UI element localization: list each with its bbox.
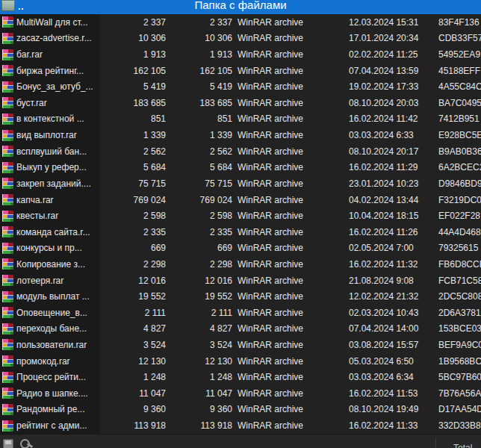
file-name: переходы бане... [16, 321, 99, 337]
file-row[interactable]: Рандомный ре...9 3609 360WinRAR archive0… [0, 402, 481, 418]
winrar-archive-icon [2, 46, 14, 63]
file-size: 769 024 [99, 192, 166, 208]
file-type: WinRAR archive [238, 143, 347, 160]
file-row[interactable]: модуль выплат ...19 55219 552WinRAR arch… [0, 288, 481, 305]
file-name: MultiWall для ст... [16, 14, 99, 31]
file-row[interactable]: всплвуший бан...2 5622 562WinRAR archive… [0, 143, 481, 160]
winrar-archive-icon [2, 192, 14, 208]
file-crc32: 332D33B8 [438, 417, 481, 434]
file-row[interactable]: переходы бане...4 8274 827WinRAR archive… [0, 321, 481, 337]
file-packed-size: 5 419 [165, 78, 232, 95]
file-row[interactable]: команда сайта.r...2 3352 335WinRAR archi… [0, 224, 481, 240]
file-crc32: 5BC97B60 [438, 369, 481, 385]
file-size: 1 248 [99, 369, 166, 385]
winrar-archive-icon [2, 402, 14, 418]
file-packed-size: 113 918 [165, 417, 232, 434]
file-crc32: FB6D8CCB [438, 256, 481, 273]
file-packed-size: 2 337 [165, 14, 232, 31]
file-row[interactable]: лотееря.rar12 01612 016WinRAR archive21.… [0, 273, 481, 289]
file-name: Бонус_за_ютуб_... [16, 78, 99, 95]
file-crc32: B9AB0B36 [438, 143, 481, 160]
winrar-archive-icon [2, 321, 14, 337]
file-packed-size: 2 298 [165, 256, 232, 273]
file-row[interactable]: закреп заданий....75 71575 715WinRAR arc… [0, 175, 481, 192]
file-modified-date: 16.02.2024 11:53 [349, 385, 437, 402]
file-type: WinRAR archive [238, 417, 347, 434]
file-type: WinRAR archive [238, 256, 347, 273]
file-row[interactable]: Копирование з...2 2982 298WinRAR archive… [0, 256, 481, 273]
up-directory-type: Папка с файлами [0, 0, 481, 13]
file-modified-date: 17.01.2024 20:34 [349, 31, 437, 47]
file-crc32: 7B76A56A [438, 385, 481, 402]
file-row[interactable]: рейтинг с адми...113 918113 918WinRAR ar… [0, 417, 481, 434]
file-type: WinRAR archive [238, 288, 347, 305]
file-row[interactable]: пользователи.rar3 5243 524WinRAR archive… [0, 337, 481, 353]
file-type: WinRAR archive [238, 369, 347, 385]
file-type: WinRAR archive [238, 224, 347, 240]
file-row[interactable]: MultiWall для ст...2 3372 337WinRAR arch… [0, 14, 481, 31]
file-modified-date: 16.02.2024 11:26 [349, 224, 437, 240]
file-row[interactable]: конкурсы и пр...669669WinRAR archive02.0… [0, 240, 481, 257]
file-type: WinRAR archive [238, 192, 347, 208]
file-modified-date: 02.05.2024 7:00 [349, 240, 437, 257]
file-name: бar.rar [16, 46, 99, 63]
file-row[interactable]: Радио в шапке....11 04711 047WinRAR arch… [0, 385, 481, 402]
file-size: 113 918 [99, 417, 166, 434]
file-row[interactable]: биржа рейтинг...162 105162 105WinRAR arc… [0, 63, 481, 79]
file-row[interactable]: в контекстной ...851851WinRAR archive16.… [0, 111, 481, 128]
file-packed-size: 2 335 [165, 224, 232, 240]
file-name: команда сайта.r... [16, 224, 99, 240]
file-modified-date: 08.10.2024 19:49 [349, 402, 437, 418]
status-total-label: Total [453, 443, 472, 448]
file-type: WinRAR archive [238, 402, 347, 418]
file-crc32: 54952EA9 [438, 46, 481, 63]
file-modified-date: 03.08.2024 15:57 [349, 337, 437, 353]
file-crc32: 1B9568BC [438, 353, 481, 370]
file-row[interactable]: капча.rar769 024769 024WinRAR archive04.… [0, 192, 481, 208]
file-size: 1 913 [99, 46, 166, 63]
file-modified-date: 12.02.2024 21:32 [349, 288, 437, 305]
up-directory-row[interactable]: .. Папка с файлами [0, 0, 481, 14]
file-row[interactable]: Оповещение_в...2 1112 111WinRAR archive0… [0, 305, 481, 321]
file-row[interactable]: квесты.rar2 5982 598WinRAR archive10.04.… [0, 208, 481, 224]
file-size: 2 337 [99, 14, 166, 31]
file-row[interactable]: бar.rar1 9131 913WinRAR archive02.02.202… [0, 46, 481, 63]
file-row[interactable]: Процесс рейти...1 2481 248WinRAR archive… [0, 369, 481, 385]
file-row[interactable]: буст.rar183 685183 685WinRAR archive08.1… [0, 95, 481, 111]
file-crc32: FCB71C58 [438, 273, 481, 289]
file-name: рейтинг с адми... [16, 417, 99, 434]
file-size: 162 105 [99, 63, 166, 79]
file-crc32: 4A55C84C [438, 78, 481, 95]
file-type: WinRAR archive [238, 46, 347, 63]
file-crc32: BEF9A9C0 [438, 337, 481, 353]
disk-icon[interactable] [3, 439, 13, 448]
file-size: 12 130 [99, 353, 166, 370]
winrar-archive-icon [2, 127, 14, 143]
file-row[interactable]: вид выплот.rar1 3391 339WinRAR archive03… [0, 127, 481, 143]
file-name: капча.rar [16, 192, 99, 208]
file-modified-date: 05.03.2024 6:50 [349, 353, 437, 370]
file-modified-date: 16.02.2024 11:33 [349, 417, 437, 434]
file-size: 851 [99, 111, 166, 128]
file-size: 3 524 [99, 337, 166, 353]
file-type: WinRAR archive [238, 78, 347, 95]
winrar-archive-icon [2, 305, 14, 321]
file-row[interactable]: промокод.rar12 13012 130WinRAR archive05… [0, 353, 481, 370]
winrar-archive-icon [2, 353, 14, 370]
file-row[interactable]: zacaz-advertise.r...10 30610 306WinRAR a… [0, 31, 481, 47]
file-modified-date: 02.03.2024 10:43 [349, 305, 437, 321]
winrar-archive-icon [2, 240, 14, 257]
file-name: Радио в шапке.... [16, 385, 99, 402]
file-size: 2 111 [99, 305, 166, 321]
file-type: WinRAR archive [238, 95, 347, 111]
file-row[interactable]: Выкуп у рефер...5 6845 684WinRAR archive… [0, 159, 481, 175]
file-packed-size: 1 913 [165, 46, 232, 63]
file-crc32: EF022F28 [438, 208, 481, 224]
file-size: 4 827 [99, 321, 166, 337]
file-packed-size: 2 562 [165, 143, 232, 160]
file-modified-date: 04.02.2024 13:44 [349, 192, 437, 208]
file-modified-date: 08.10.2024 20:17 [349, 143, 437, 160]
key-icon[interactable] [20, 439, 30, 448]
file-row[interactable]: Бонус_за_ютуб_...5 4195 419WinRAR archiv… [0, 78, 481, 95]
file-type: WinRAR archive [238, 273, 347, 289]
